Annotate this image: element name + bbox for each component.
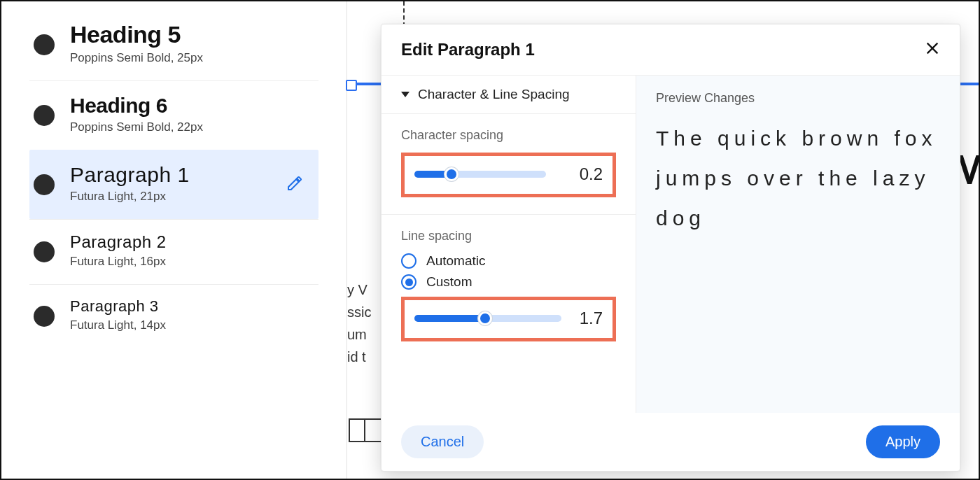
radio-icon <box>401 253 416 269</box>
edit-button[interactable] <box>286 175 303 195</box>
preview-text: The quick brown fox jumps over the lazy … <box>656 118 940 238</box>
background-text: y V ssic um id t <box>347 278 371 368</box>
style-title: Paragraph 3 <box>70 297 166 316</box>
character-spacing-highlight: 0.2 <box>401 153 616 197</box>
radio-label-custom: Custom <box>426 274 472 290</box>
text-style-item[interactable]: Paragraph 3Futura Light, 14px <box>29 284 318 348</box>
text-styles-sidebar: Heading 5Poppins Semi Bold, 25pxHeading … <box>1 1 347 479</box>
bullet-icon <box>34 306 55 327</box>
apply-button[interactable]: Apply <box>866 425 940 458</box>
line-spacing-auto-radio[interactable]: Automatic <box>401 253 616 269</box>
style-title: Paragraph 2 <box>70 232 167 252</box>
modal-title: Edit Paragraph 1 <box>401 40 535 59</box>
character-spacing-label: Character spacing <box>401 128 616 143</box>
text-style-item[interactable]: Heading 6Poppins Semi Bold, 22px <box>29 80 318 150</box>
style-meta: Futura Light, 21px <box>70 190 190 204</box>
bullet-icon <box>34 174 55 195</box>
line-spacing-slider[interactable] <box>414 315 561 322</box>
style-meta: Poppins Semi Bold, 22px <box>70 120 203 134</box>
section-label: Character & Line Spacing <box>418 87 570 102</box>
bullet-icon <box>34 105 55 126</box>
radio-icon <box>401 274 416 290</box>
text-style-item[interactable]: Heading 5Poppins Semi Bold, 25px <box>29 8 318 80</box>
bullet-icon <box>34 241 55 262</box>
edit-paragraph-modal: Edit Paragraph 1 Character & Line Spacin… <box>381 24 960 472</box>
line-spacing-custom-radio[interactable]: Custom <box>401 274 616 290</box>
preview-pane: Preview Changes The quick brown fox jump… <box>636 76 960 413</box>
preview-label: Preview Changes <box>656 91 940 106</box>
line-spacing-value: 1.7 <box>580 309 603 328</box>
line-spacing-label: Line spacing <box>401 229 616 243</box>
style-title: Heading 6 <box>70 94 203 118</box>
close-icon <box>925 41 940 56</box>
text-style-item[interactable]: Paragraph 1Futura Light, 21px <box>29 150 318 219</box>
character-spacing-slider[interactable] <box>414 171 546 178</box>
text-style-item[interactable]: Paragraph 2Futura Light, 16px <box>29 219 318 284</box>
style-meta: Futura Light, 14px <box>70 318 166 332</box>
line-spacing-highlight: 1.7 <box>401 297 616 341</box>
style-meta: Poppins Semi Bold, 25px <box>70 51 203 65</box>
chevron-down-icon <box>401 92 410 97</box>
cancel-button[interactable]: Cancel <box>401 425 484 458</box>
style-meta: Futura Light, 16px <box>70 255 167 269</box>
radio-label-auto: Automatic <box>426 253 485 269</box>
background-boxes <box>349 418 382 442</box>
style-title: Heading 5 <box>70 21 203 48</box>
style-title: Paragraph 1 <box>70 163 190 187</box>
close-button[interactable] <box>925 41 940 59</box>
settings-pane: Character & Line Spacing Character spaci… <box>382 76 636 413</box>
section-toggle[interactable]: Character & Line Spacing <box>382 76 636 114</box>
pencil-icon <box>286 175 303 192</box>
bullet-icon <box>34 34 55 55</box>
character-spacing-value: 0.2 <box>580 164 603 184</box>
